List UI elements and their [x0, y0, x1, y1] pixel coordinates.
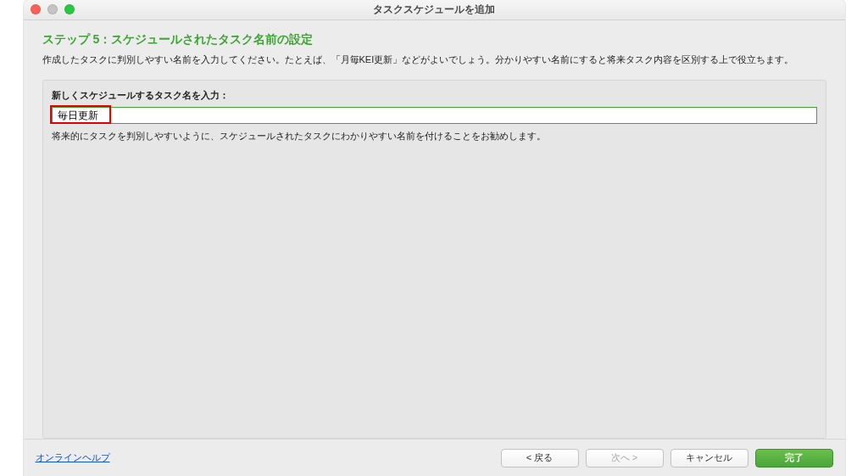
task-name-input-wrap	[52, 107, 817, 125]
cancel-button[interactable]: キャンセル	[670, 449, 748, 468]
task-name-label: 新しくスケジュールするタスク名を入力：	[52, 89, 817, 102]
content-area: ステップ 5：スケジュールされたタスク名前の設定 作成したタスクに判別しやすい名…	[24, 20, 845, 439]
step-description: 作成したタスクに判別しやすい名前を入力してください。たとえば、「月毎KEI更新」…	[42, 53, 826, 68]
back-button[interactable]: < 戻る	[501, 449, 579, 468]
step-title: ステップ 5：スケジュールされたタスク名前の設定	[42, 32, 826, 48]
minimize-icon	[47, 4, 58, 14]
footer-bar: オンラインヘルプ < 戻る 次へ > キャンセル 完了	[24, 439, 845, 476]
dialog-window: タスクスケジュールを追加 ステップ 5：スケジュールされたタスク名前の設定 作成…	[24, 0, 845, 476]
finish-button[interactable]: 完了	[755, 449, 833, 468]
maximize-icon[interactable]	[64, 4, 75, 14]
close-icon[interactable]	[31, 4, 41, 14]
online-help-link[interactable]: オンラインヘルプ	[36, 451, 110, 464]
task-name-input[interactable]	[52, 107, 817, 124]
task-name-hint: 将来的にタスクを判別しやすいように、スケジュールされたタスクにわかりやすい名前を…	[52, 129, 817, 144]
titlebar: タスクスケジュールを追加	[24, 0, 845, 20]
form-panel: 新しくスケジュールするタスク名を入力： 将来的にタスクを判別しやすいように、スケ…	[42, 80, 826, 439]
window-title: タスクスケジュールを追加	[373, 3, 495, 17]
traffic-lights	[31, 4, 75, 14]
next-button: 次へ >	[586, 449, 664, 468]
